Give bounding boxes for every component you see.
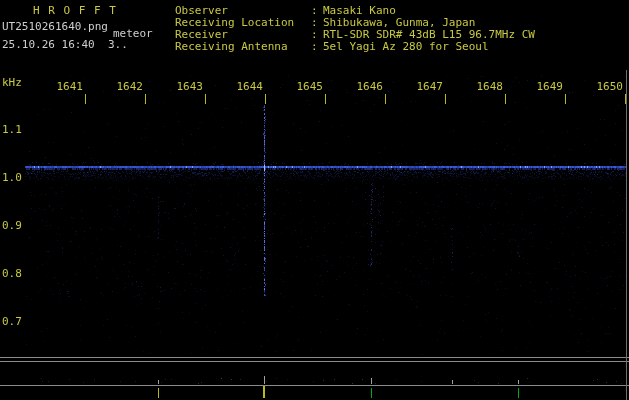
observation-info: Observer : Masaki Kano Receiving Locatio… (175, 5, 535, 53)
info-label: Receiving Antenna (175, 41, 311, 53)
info-row-antenna: Receiving Antenna : 5el Yagi Az 280 for … (175, 41, 535, 53)
y-axis-label: 1.1 (2, 123, 22, 136)
x-axis-label: 1642 (114, 80, 143, 93)
app-title: H R O F F T (33, 5, 117, 17)
x-axis-label: 1643 (174, 80, 203, 93)
y-axis-label: 0.7 (2, 315, 22, 328)
x-axis-label: 1648 (474, 80, 503, 93)
info-value: 5el Yagi Az 280 for Seoul (323, 41, 535, 53)
y-axis-label: 1.0 (2, 171, 22, 184)
x-axis-label: 1646 (354, 80, 383, 93)
y-axis-label: 0.9 (2, 219, 22, 232)
output-filename: UT2510261640.png (2, 21, 108, 33)
hrofft-output: H R O F F T UT2510261640.png meteor 25.1… (0, 0, 629, 400)
x-axis-label: 1647 (414, 80, 443, 93)
x-axis-label: 1649 (534, 80, 563, 93)
x-axis-label: 1650 (594, 80, 623, 93)
x-axis-label: 1644 (234, 80, 263, 93)
spectrogram-canvas (0, 0, 629, 400)
x-axis-label: 1645 (294, 80, 323, 93)
y-axis-label: 0.8 (2, 267, 22, 280)
observation-timestamp: 25.10.26 16:40 3.. (2, 39, 128, 51)
info-colon: : (311, 41, 323, 53)
y-axis-unit: kHz (2, 76, 22, 89)
x-axis-label: 1641 (54, 80, 83, 93)
